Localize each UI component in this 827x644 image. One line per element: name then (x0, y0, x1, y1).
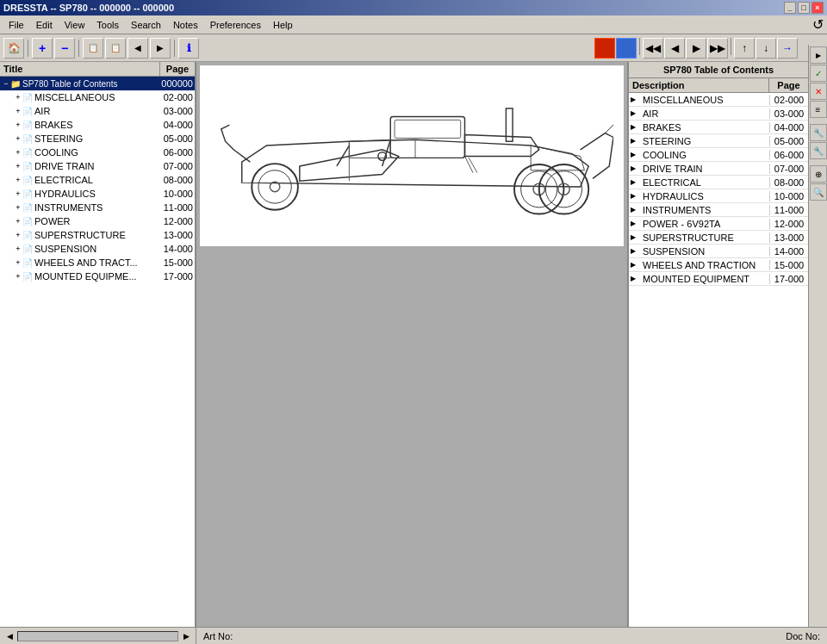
toc-row-drivetrain[interactable]: ▶ DRIVE TRAIN 07-000 (629, 162, 808, 176)
statusbar-scroll-left[interactable]: ◀ (3, 630, 16, 642)
copy-button[interactable]: 📋 (83, 38, 103, 59)
doc-icon-superstructure: 📄 (22, 231, 33, 240)
toc-page-suspension: 14-000 (769, 246, 808, 257)
expand-wheels[interactable]: + (14, 258, 22, 267)
menu-file[interactable]: File (3, 18, 29, 32)
tree-item-superstructure[interactable]: + 📄 SUPERSTRUCTURE 13-000 (0, 228, 195, 242)
tree-item-steering[interactable]: + 📄 STEERING 05-000 (0, 132, 195, 146)
toc-row-mounted[interactable]: ▶ MOUNTED EQUIPMENT 17-000 (629, 272, 808, 286)
toc-row-suspension[interactable]: ▶ SUSPENSION 14-000 (629, 245, 808, 258)
right-btn-zoom[interactable]: ⊕ (810, 165, 827, 183)
expand-brakes[interactable]: + (14, 121, 22, 129)
tree-item-brakes[interactable]: + 📄 BRAKES 04-000 (0, 118, 195, 132)
nav-red[interactable] (594, 38, 615, 59)
prev-button[interactable]: ◀ (127, 38, 148, 59)
info-button[interactable]: ℹ (178, 38, 199, 59)
expand-steering[interactable]: + (14, 134, 22, 143)
menu-search[interactable]: Search (126, 18, 166, 32)
maximize-button[interactable]: □ (798, 2, 810, 14)
toolbar-arrow[interactable]: ↺ (812, 16, 824, 33)
tree-item-hydraulics[interactable]: + 📄 HYDRAULICS 10-000 (0, 187, 195, 201)
statusbar-track[interactable] (17, 631, 178, 641)
doc-icon-wheels: 📄 (22, 258, 33, 268)
expand-cooling[interactable]: + (14, 148, 22, 157)
home-button[interactable]: 🏠 (3, 38, 24, 59)
toc-row-power[interactable]: ▶ POWER - 6V92TA 12-000 (629, 217, 808, 231)
tree-item-root[interactable]: − 📁 SP780 Table of Contents 000000 (0, 77, 195, 90)
tree-item-suspension[interactable]: + 📄 SUSPENSION 14-000 (0, 242, 195, 256)
expand-air[interactable]: + (14, 107, 22, 115)
tree-page-hydraulics: 10-000 (160, 189, 195, 199)
statusbar-left: ◀ ▶ (0, 628, 196, 644)
nav-back[interactable]: ↓ (755, 38, 776, 59)
expand-root[interactable]: − (2, 79, 10, 88)
right-btn-list[interactable]: ≡ (810, 101, 827, 118)
folder-icon: 📁 (10, 79, 21, 89)
expand-electrical[interactable]: + (14, 176, 22, 184)
expand-mounted[interactable]: + (14, 272, 22, 281)
center-panel (196, 62, 627, 644)
nav-forward[interactable]: → (777, 38, 798, 59)
right-btn-wrench2[interactable]: 🔧 (810, 142, 827, 159)
add-button[interactable]: + (32, 38, 53, 59)
toc-header-description: Description (629, 78, 769, 92)
menu-notes[interactable]: Notes (168, 18, 203, 32)
tree-item-wheels[interactable]: + 📄 WHEELS AND TRACT... 15-000 (0, 256, 195, 269)
tree-item-electrical[interactable]: + 📄 ELECTRICAL 08-000 (0, 173, 195, 187)
toc-row-instruments[interactable]: ▶ INSTRUMENTS 11-000 (629, 203, 808, 217)
toc-row-wheels[interactable]: ▶ WHEELS AND TRACTION 15-000 (629, 258, 808, 272)
menu-help[interactable]: Help (268, 18, 298, 32)
nav-prev[interactable]: ◀ (664, 38, 685, 59)
right-btn-check[interactable]: ✓ (810, 65, 827, 82)
toc-row-brakes[interactable]: ▶ BRAKES 04-000 (629, 121, 808, 134)
statusbar-scroll-right[interactable]: ▶ (180, 630, 192, 642)
copy2-button[interactable]: 📋 (105, 38, 126, 59)
toc-row-air[interactable]: ▶ AIR 03-000 (629, 107, 808, 121)
menu-tools[interactable]: Tools (91, 18, 124, 32)
expand-power[interactable]: + (14, 217, 22, 226)
expand-superstructure[interactable]: + (14, 231, 22, 239)
expand-drivetrain[interactable]: + (14, 162, 22, 170)
nav-last[interactable]: ▶▶ (707, 38, 728, 59)
nav-up[interactable]: ↑ (734, 38, 755, 59)
menu-view[interactable]: View (59, 18, 90, 32)
next-button[interactable]: ▶ (150, 38, 171, 59)
toc-row-superstructure[interactable]: ▶ SUPERSTRUCTURE 13-000 (629, 231, 808, 245)
toc-row-steering[interactable]: ▶ STEERING 05-000 (629, 134, 808, 148)
toc-row-cooling[interactable]: ▶ COOLING 06-000 (629, 148, 808, 162)
right-btn-cancel[interactable]: ✕ (810, 83, 827, 100)
toc-desc-brakes: BRAKES (641, 122, 769, 133)
toc-page-brakes: 04-000 (769, 122, 808, 133)
right-btn-search[interactable]: 🔍 (810, 183, 827, 201)
menu-preferences[interactable]: Preferences (205, 18, 266, 32)
doc-icon-drivetrain: 📄 (22, 162, 33, 171)
tree-item-air[interactable]: + 📄 AIR 03-000 (0, 104, 195, 118)
expand-instruments[interactable]: + (14, 203, 22, 212)
nav-next[interactable]: ▶ (686, 38, 706, 59)
tree-item-instruments[interactable]: + 📄 INSTRUMENTS 11-000 (0, 201, 195, 214)
right-panel: SP780 Table of Contents Description Page… (627, 62, 808, 644)
toc-page-superstructure: 13-000 (769, 232, 808, 243)
minimize-button[interactable]: _ (784, 2, 796, 14)
tree-item-misc[interactable]: + 📄 MISCELLANEOUS 02-000 (0, 90, 195, 104)
nav-grid[interactable] (616, 38, 637, 59)
tree-label-steering: STEERING (34, 133, 160, 144)
remove-button[interactable]: − (54, 38, 75, 59)
tree-item-mounted[interactable]: + 📄 MOUNTED EQUIPME... 17-000 (0, 269, 195, 283)
nav-first[interactable]: ◀◀ (643, 38, 663, 59)
right-btn-play[interactable]: ▶ (810, 46, 827, 64)
expand-hydraulics[interactable]: + (14, 189, 22, 198)
close-button[interactable]: × (811, 2, 824, 14)
toc-row-misc[interactable]: ▶ MISCELLANEOUS 02-000 (629, 93, 808, 107)
toc-row-hydraulics[interactable]: ▶ HYDRAULICS 10-000 (629, 189, 808, 203)
tree-item-drivetrain[interactable]: + 📄 DRIVE TRAIN 07-000 (0, 159, 195, 173)
tree-item-power[interactable]: + 📄 POWER 12-000 (0, 214, 195, 228)
tree-item-cooling[interactable]: + 📄 COOLING 06-000 (0, 146, 195, 159)
right-btn-wrench1[interactable]: 🔧 (810, 124, 827, 141)
expand-suspension[interactable]: + (14, 245, 22, 253)
toc-row-electrical[interactable]: ▶ ELECTRICAL 08-000 (629, 176, 808, 189)
expand-misc[interactable]: + (14, 93, 22, 102)
toc-desc-drivetrain: DRIVE TRAIN (641, 164, 769, 174)
menubar: File Edit View Tools Search Notes Prefer… (0, 15, 827, 34)
menu-edit[interactable]: Edit (31, 18, 58, 32)
